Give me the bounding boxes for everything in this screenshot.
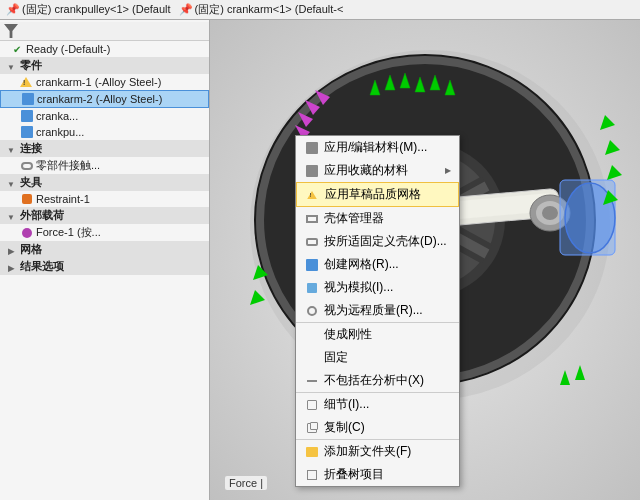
- restraint-icon: [20, 192, 34, 206]
- svg-marker-38: [250, 290, 265, 305]
- component-icon-3: [20, 109, 34, 123]
- menu-collapse-tree[interactable]: 折叠树项目: [296, 463, 459, 486]
- arrow-loads: [4, 209, 18, 223]
- pinned-item-1[interactable]: 📌 (固定) crankpulley<1> (Default: [4, 1, 173, 18]
- section-connections[interactable]: 连接: [0, 140, 209, 157]
- pin-icon: 📌: [6, 3, 20, 17]
- menu-fix[interactable]: 固定: [296, 346, 459, 369]
- part-crankarm2[interactable]: crankarm-2 (-Alloy Steel-): [0, 90, 209, 108]
- contact-icon: [20, 159, 34, 173]
- section-mesh[interactable]: 网格: [0, 241, 209, 258]
- arrow-mesh: [4, 243, 18, 257]
- menu-apply-material[interactable]: 应用/编辑材料(M)...: [296, 136, 459, 159]
- menu-apply-draft-mesh[interactable]: 应用草稿品质网格: [296, 182, 459, 207]
- mesh-icon: [304, 257, 320, 273]
- menu-copy[interactable]: 复制(C): [296, 416, 459, 439]
- part-cranka[interactable]: cranka...: [0, 108, 209, 124]
- shell-icon: [304, 211, 320, 227]
- submenu-arrow: ▶: [445, 166, 451, 175]
- svg-marker-35: [575, 365, 585, 380]
- exclude-icon: [304, 373, 320, 389]
- fix-icon: [304, 350, 320, 366]
- menu-details[interactable]: 细节(I)...: [296, 392, 459, 416]
- simulate-icon: [304, 280, 320, 296]
- context-menu[interactable]: 应用/编辑材料(M)... 应用收藏的材料 ▶ 应用草稿品质网格: [295, 135, 460, 487]
- remote-icon: [304, 303, 320, 319]
- svg-marker-36: [560, 370, 570, 385]
- part-crankarm1[interactable]: crankarm-1 (-Alloy Steel-): [0, 74, 209, 90]
- part-crankpu[interactable]: crankpu...: [0, 124, 209, 140]
- rigid-icon: [304, 327, 320, 343]
- contact-item[interactable]: 零部件接触...: [0, 157, 209, 174]
- viewport[interactable]: Force | 应用/编辑材料(M)... 应用收藏的材料 ▶: [210, 20, 640, 500]
- pinned-item-2[interactable]: 📌 (固定) crankarm<1> (Default-<: [177, 1, 346, 18]
- app-window: 📌 (固定) crankpulley<1> (Default 📌 (固定) cr…: [0, 0, 640, 500]
- section-parts[interactable]: 零件: [0, 57, 209, 74]
- force-icon: [20, 226, 34, 240]
- material-icon: [304, 140, 320, 156]
- menu-define-shell[interactable]: 按所适固定义壳体(D)...: [296, 230, 459, 253]
- filter-icon: [4, 24, 18, 38]
- arrow-results: [4, 260, 18, 274]
- menu-view-simulate[interactable]: 视为模拟(I)...: [296, 276, 459, 299]
- menu-apply-saved-material[interactable]: 应用收藏的材料 ▶: [296, 159, 459, 182]
- section-fixtures[interactable]: 夹具: [0, 174, 209, 191]
- status-icon: ✔: [10, 42, 24, 56]
- component-icon-2: [21, 92, 35, 106]
- menu-make-rigid[interactable]: 使成刚性: [296, 322, 459, 346]
- force-item[interactable]: Force-1 (按...: [0, 224, 209, 241]
- menu-add-folder[interactable]: 添加新文件夹(F): [296, 439, 459, 463]
- svg-marker-32: [605, 140, 620, 155]
- svg-point-18: [542, 206, 558, 220]
- menu-create-mesh[interactable]: 创建网格(R)...: [296, 253, 459, 276]
- folder-add-icon: [304, 444, 320, 460]
- svg-marker-31: [600, 115, 615, 130]
- shell2-icon: [304, 234, 320, 250]
- arrow-parts: [4, 59, 18, 73]
- collapse-icon: [304, 467, 320, 483]
- menu-exclude[interactable]: 不包括在分析中(X): [296, 369, 459, 392]
- menu-view-remote-mass[interactable]: 视为远程质量(R)...: [296, 299, 459, 322]
- warning-icon-1: [20, 75, 34, 89]
- force-label: Force |: [225, 476, 267, 490]
- restraint-item[interactable]: Restraint-1: [0, 191, 209, 207]
- top-bar: 📌 (固定) crankpulley<1> (Default 📌 (固定) cr…: [0, 0, 640, 20]
- section-loads[interactable]: 外部载荷: [0, 207, 209, 224]
- tree-status[interactable]: ✔ Ready (-Default-): [0, 41, 209, 57]
- material-saved-icon: [304, 163, 320, 179]
- pin-icon-2: 📌: [179, 3, 193, 17]
- copy-icon: [304, 420, 320, 436]
- feature-tree-panel: ✔ Ready (-Default-) 零件 crankarm-1 (-Allo…: [0, 20, 210, 500]
- section-results[interactable]: 结果选项: [0, 258, 209, 275]
- component-icon-4: [20, 125, 34, 139]
- filter-bar: [0, 22, 209, 41]
- svg-marker-33: [607, 165, 622, 180]
- main-area: ✔ Ready (-Default-) 零件 crankarm-1 (-Allo…: [0, 20, 640, 500]
- warning-mesh-icon: [305, 187, 321, 203]
- arrow-fixtures: [4, 176, 18, 190]
- menu-shell-manager[interactable]: 壳体管理器: [296, 207, 459, 230]
- arrow-connections: [4, 142, 18, 156]
- detail-icon: [304, 397, 320, 413]
